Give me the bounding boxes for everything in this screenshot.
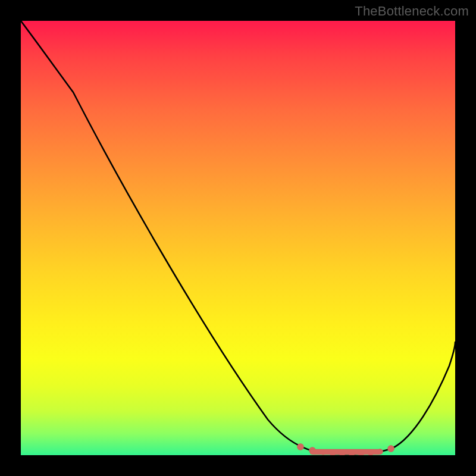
watermark-text: TheBottleneck.com: [355, 4, 469, 19]
chart-container: TheBottleneck.com: [0, 0, 476, 476]
plot-gradient-area: [21, 21, 455, 455]
